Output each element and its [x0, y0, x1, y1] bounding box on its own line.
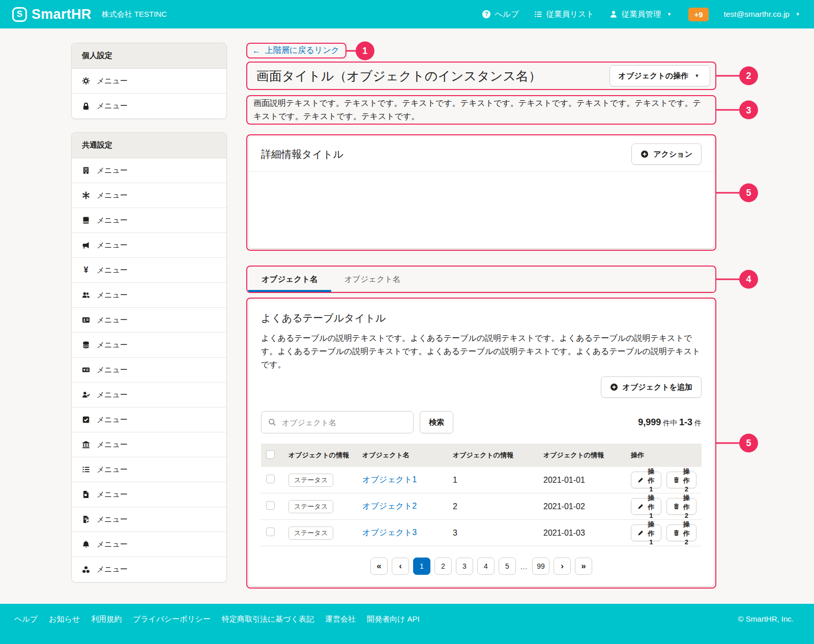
sidebar-item-label: メニュー — [97, 465, 128, 475]
notification-badge[interactable]: +9 — [688, 8, 708, 21]
action-button[interactable]: アクション — [631, 143, 702, 165]
footer-link[interactable]: 運営会社 — [325, 614, 356, 624]
row-edit-button[interactable]: 操作1 — [631, 472, 661, 488]
sidebar-menu-item[interactable]: メニュー — [72, 308, 226, 333]
annotation-box-back-link: ← 上階層に戻るリンク 1 — [246, 43, 346, 58]
gear-icon — [82, 77, 90, 85]
sidebar-menu-item[interactable]: メニュー — [72, 69, 226, 94]
row-checkbox[interactable] — [266, 501, 275, 510]
trash-icon — [673, 503, 680, 510]
nav-employee-admin-label: 従業員管理 — [622, 9, 661, 20]
nav-help[interactable]: ? ヘルプ — [482, 9, 519, 20]
object-actions-button[interactable]: オブジェクトの操作 ▼ — [609, 65, 710, 86]
sidebar-menu-item[interactable]: ¥ メニュー — [72, 258, 226, 283]
smarthr-logo[interactable]: S SmartHR — [12, 7, 92, 22]
sidebar-menu-item[interactable]: メニュー — [72, 407, 226, 432]
pagination-page-99[interactable]: 99 — [532, 558, 549, 575]
sidebar-menu-item[interactable]: メニュー — [72, 358, 226, 383]
footer-link[interactable]: 開発者向け API — [367, 614, 420, 624]
search-row: 検索 9,999 件中 1-3 件 — [261, 411, 702, 433]
back-link[interactable]: ← 上階層に戻るリンク — [252, 45, 339, 56]
megaphone-icon — [82, 241, 90, 249]
row-edit-button[interactable]: 操作1 — [631, 524, 661, 541]
sidebar-menu-item[interactable]: メニュー — [72, 457, 226, 482]
sidebar-menu-item[interactable]: メニュー — [72, 333, 226, 358]
footer-link[interactable]: 特定商取引法に基づく表記 — [222, 614, 314, 624]
row-checkbox[interactable] — [266, 475, 275, 483]
status-badge: ステータス — [288, 526, 333, 540]
pencil-icon — [637, 530, 644, 536]
object-link[interactable]: オブジェクト2 — [362, 502, 417, 510]
pagination-page-1[interactable]: 1 — [413, 558, 430, 575]
file-icon — [82, 490, 90, 499]
search-field[interactable] — [261, 411, 414, 433]
company-name: 株式会社 TESTINC — [102, 10, 167, 19]
sidebar-menu-item[interactable]: メニュー — [72, 507, 226, 532]
sidebar-menu-item[interactable]: メニュー — [72, 158, 226, 183]
bank-icon — [82, 441, 90, 449]
column-header: オブジェクトの情報 — [538, 444, 626, 467]
tab-object-1[interactable]: オブジェクト名 — [248, 267, 331, 292]
count-range: 1-3 — [679, 417, 692, 427]
column-header: オブジェクトの情報 — [448, 444, 538, 467]
object-date-cell: 2021-01-01 — [538, 467, 626, 493]
row-delete-button[interactable]: 操作2 — [666, 498, 697, 515]
idcard-icon — [82, 316, 90, 324]
pagination-page-4[interactable]: 4 — [477, 558, 495, 575]
row-edit-button[interactable]: 操作1 — [631, 498, 661, 515]
action-button-label: アクション — [653, 150, 692, 159]
select-all-checkbox[interactable] — [266, 450, 275, 459]
footer-link[interactable]: プライバシーポリシー — [133, 614, 211, 624]
pagination-next-button[interactable]: › — [554, 558, 571, 575]
table-panel: よくあるテーブルタイトル よくあるテーブルの説明テキストです。よくあるテーブルの… — [249, 300, 714, 586]
tab-object-2[interactable]: オブジェクト名 — [331, 267, 414, 292]
row-delete-label: 操作2 — [683, 467, 690, 493]
sidebar-menu-item[interactable]: メニュー — [72, 532, 226, 557]
pagination-last-button[interactable]: » — [575, 558, 592, 575]
sidebar-menu-item[interactable]: メニュー — [72, 383, 226, 407]
sidebar-menu-item[interactable]: メニュー — [72, 283, 226, 308]
pagination-first-button[interactable]: « — [370, 558, 388, 575]
sidebar-menu-item[interactable]: メニュー — [72, 233, 226, 258]
object-link[interactable]: オブジェクト1 — [362, 475, 417, 484]
building-icon — [82, 166, 90, 174]
page-description: 画面説明テキストです。テキストです。テキストです。テキストです。テキストです。テ… — [253, 99, 701, 121]
annotation-box-detail-panel: 詳細情報タイトル アクション 5 — [246, 134, 716, 251]
sidebar-item-label: メニュー — [97, 290, 128, 300]
pagination-page-5[interactable]: 5 — [499, 558, 516, 575]
row-checkbox[interactable] — [266, 528, 275, 536]
detail-panel-body — [249, 172, 714, 248]
sidebar-menu-item[interactable]: メニュー — [72, 557, 226, 582]
pagination-page-2[interactable]: 2 — [434, 558, 452, 575]
object-link[interactable]: オブジェクト3 — [362, 528, 417, 537]
pagination-page-3[interactable]: 3 — [456, 558, 473, 575]
add-object-button[interactable]: オブジェクトを追加 — [601, 376, 702, 398]
footer-link[interactable]: 利用規約 — [91, 614, 122, 624]
nav-employee-admin[interactable]: 従業員管理 ▼ — [609, 9, 674, 20]
table-row: ステータス オブジェクト2 2 2021-01-02 操作1 — [261, 493, 702, 520]
annotation-box-tabs: オブジェクト名 オブジェクト名 4 — [246, 266, 716, 293]
row-delete-button[interactable]: 操作2 — [666, 472, 697, 488]
footer-link[interactable]: ヘルプ — [14, 614, 38, 624]
sidebar-menu-item[interactable]: メニュー — [72, 94, 226, 119]
arrow-left-icon: ← — [252, 47, 260, 55]
yen-icon: ¥ — [82, 266, 90, 274]
sidebar-menu-item[interactable]: メニュー — [72, 482, 226, 507]
result-count: 9,999 件中 1-3 件 — [638, 417, 702, 428]
sidebar-menu-item[interactable]: メニュー — [72, 208, 226, 233]
pagination-prev-button[interactable]: ‹ — [392, 558, 409, 575]
row-delete-button[interactable]: 操作2 — [666, 524, 697, 541]
header-nav: ? ヘルプ 従業員リスト 従業員管理 ▼ +9 test@smarthr.co.… — [482, 8, 802, 21]
cubes-icon — [82, 566, 90, 574]
search-input[interactable] — [281, 418, 406, 427]
sidebar-menu-item[interactable]: メニュー — [72, 183, 226, 208]
account-menu[interactable]: test@smarthr.co.jp ▼ — [724, 10, 802, 19]
count-unit: 件 — [694, 419, 702, 427]
search-button[interactable]: 検索 — [420, 411, 453, 433]
lock-icon — [82, 102, 90, 110]
sidebar-menu-item[interactable]: メニュー — [72, 432, 226, 457]
footer-link[interactable]: お知らせ — [49, 614, 80, 624]
brand-name: SmartHR — [32, 7, 92, 22]
nav-employee-list[interactable]: 従業員リスト — [534, 9, 594, 20]
plus-circle-icon — [610, 383, 618, 391]
